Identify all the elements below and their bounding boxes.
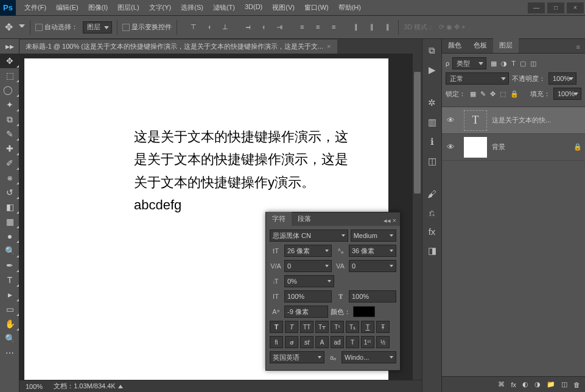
actions-icon[interactable]: ▶: [429, 65, 436, 75]
styles-icon[interactable]: fx: [429, 226, 436, 237]
collapse-icon[interactable]: ◂◂ ×: [380, 215, 400, 226]
layer-name[interactable]: 这是关于文本的快...: [492, 116, 585, 125]
vscale-input[interactable]: 100%: [284, 290, 332, 303]
link-layers-icon[interactable]: ⌘: [498, 380, 505, 388]
tab-color[interactable]: 颜色: [442, 38, 468, 53]
adjustment-layer-icon[interactable]: ◑: [534, 380, 541, 388]
layer-name[interactable]: 背景: [492, 142, 570, 152]
new-layer-icon[interactable]: ◫: [561, 380, 567, 388]
visibility-icon[interactable]: 👁: [442, 142, 459, 152]
clone-source-icon[interactable]: ⎌: [429, 208, 435, 218]
menu-layer[interactable]: 图层(L): [113, 0, 144, 15]
menu-3d[interactable]: 3D(D): [240, 0, 267, 15]
kerning-input[interactable]: 0: [284, 260, 332, 272]
histogram-icon[interactable]: ▥: [428, 117, 436, 128]
smallcaps-button[interactable]: Tᴛ: [315, 321, 329, 333]
move-tool[interactable]: ✥: [0, 54, 19, 68]
half-button[interactable]: ½: [376, 336, 390, 348]
layer-row[interactable]: 👁 背景 🔒: [442, 134, 585, 161]
layer-kind-filter[interactable]: 类型: [452, 57, 486, 69]
font-family-select[interactable]: 思源黑体 CN: [270, 229, 348, 242]
ordinals-button[interactable]: T: [346, 336, 359, 348]
magic-wand-tool[interactable]: ✦: [0, 97, 19, 112]
auto-select-checkbox[interactable]: 自动选择：: [35, 23, 78, 32]
color-swatch[interactable]: [353, 306, 375, 317]
layer-row[interactable]: 👁 T 这是关于文本的快...: [442, 107, 585, 134]
minimize-button[interactable]: —: [528, 2, 545, 13]
menu-image[interactable]: 图像(I): [83, 0, 113, 15]
menu-window[interactable]: 窗口(W): [300, 0, 334, 15]
history-icon[interactable]: ⧉: [429, 45, 435, 56]
brush-preset-icon[interactable]: 🖌: [427, 189, 436, 199]
strikethrough-button[interactable]: Ŧ: [376, 321, 390, 333]
eyedropper-tool[interactable]: ✎: [0, 127, 19, 141]
layer-thumbnail[interactable]: T: [464, 110, 487, 131]
font-size-input[interactable]: 26 像素: [284, 245, 332, 257]
more-tools[interactable]: ⋯: [0, 346, 19, 360]
zoom-level[interactable]: 100%: [26, 383, 43, 390]
tab-swatches[interactable]: 色板: [468, 38, 493, 53]
layer-fx-icon[interactable]: fx: [511, 381, 516, 388]
lock-icons[interactable]: ▦✎✥⬚🔒: [470, 90, 519, 98]
properties-icon[interactable]: ◫: [428, 156, 436, 167]
expand-icon[interactable]: ▸▸: [0, 39, 19, 54]
panel-menu-icon[interactable]: ≡: [572, 41, 585, 53]
italic-button[interactable]: T: [285, 321, 298, 333]
bold-button[interactable]: T: [270, 321, 283, 333]
canvas-text[interactable]: 这是关于文本的快捷键操作演示，这是关于文本的快捷键操作演示，这是关于文本的快捷键…: [134, 125, 353, 217]
tab-character[interactable]: 字符: [266, 212, 292, 226]
dodge-tool[interactable]: 🔍: [0, 243, 19, 258]
doc-size[interactable]: 文档：1.03M/834.4K: [54, 382, 123, 391]
contextual-button[interactable]: ơ: [285, 336, 298, 348]
document-tab[interactable]: 未标题-1 @ 100% (这是关于文本的快捷键操作演示，这是关于文本的快捷键操…: [19, 40, 337, 54]
character-panel[interactable]: 字符 段落 ◂◂ × 思源黑体 CN Medium tT 26 像素 ᴬₐ 36…: [265, 212, 401, 371]
tab-layers[interactable]: 图层: [493, 38, 519, 53]
align-icons[interactable]: ⊤⫞⊥ ⫤⫞⫣ ≡≡≡ ∥∥∥: [188, 23, 393, 31]
brush-tool[interactable]: ✐: [0, 156, 19, 170]
eraser-tool[interactable]: ◧: [0, 200, 19, 214]
vertical-scrollbar[interactable]: [413, 54, 422, 380]
layer-mask-icon[interactable]: ◐: [522, 380, 528, 388]
path-select-tool[interactable]: ▸: [0, 287, 19, 302]
visibility-icon[interactable]: 👁: [442, 116, 459, 125]
stamp-tool[interactable]: ⎈: [0, 170, 19, 185]
menu-view[interactable]: 视图(V): [267, 0, 300, 15]
titling-button[interactable]: ađ: [331, 336, 344, 348]
blur-tool[interactable]: ●: [0, 229, 19, 243]
subscript-button[interactable]: T₁: [346, 321, 359, 333]
font-weight-select[interactable]: Medium: [351, 229, 396, 242]
zoom-tool[interactable]: 🔍: [0, 331, 19, 346]
delete-layer-icon[interactable]: 🗑: [573, 381, 580, 388]
navigator-icon[interactable]: ✲: [428, 97, 436, 108]
stylistic-button[interactable]: A: [315, 336, 329, 348]
allcaps-button[interactable]: TT: [300, 321, 314, 333]
rectangle-tool[interactable]: ▭: [0, 302, 19, 317]
hand-tool[interactable]: ✋: [0, 317, 19, 331]
scale-input[interactable]: 0%: [284, 275, 334, 287]
healing-tool[interactable]: ✚: [0, 141, 19, 156]
fill-input[interactable]: 100%: [553, 88, 581, 100]
marquee-tool[interactable]: ⬚: [0, 68, 19, 83]
baseline-input[interactable]: -9 像素: [284, 306, 328, 318]
language-select[interactable]: 英国英语: [270, 351, 324, 363]
lasso-tool[interactable]: ⃝: [0, 83, 19, 97]
info-icon[interactable]: ℹ: [430, 136, 434, 147]
collapsed-panels[interactable]: ⧉ ▶ ✲ ▥ ℹ ◫ 🖌 ⎌ fx ◨: [422, 39, 441, 392]
tracking-input[interactable]: 0: [349, 260, 396, 272]
antialias-select[interactable]: Windo...: [342, 351, 396, 363]
type-tool[interactable]: T: [0, 273, 19, 287]
auto-select-target[interactable]: 图层: [83, 21, 112, 33]
menu-filter[interactable]: 滤镜(T): [208, 0, 240, 15]
close-button[interactable]: ×: [567, 2, 584, 13]
ligature-button[interactable]: fi: [270, 336, 283, 348]
blend-mode-select[interactable]: 正常: [446, 72, 509, 85]
pen-tool[interactable]: ✒: [0, 258, 19, 273]
leading-input[interactable]: 36 像素: [349, 245, 396, 257]
layer-thumbnail[interactable]: [464, 137, 487, 158]
show-transform-checkbox[interactable]: 显示变换控件: [122, 23, 172, 32]
group-icon[interactable]: 📁: [547, 380, 555, 388]
menu-type[interactable]: 文字(Y): [144, 0, 177, 15]
channels-icon[interactable]: ◨: [428, 245, 436, 256]
opacity-input[interactable]: 100%: [548, 72, 576, 85]
filter-icons[interactable]: ▦◑T▢◫: [491, 60, 536, 68]
